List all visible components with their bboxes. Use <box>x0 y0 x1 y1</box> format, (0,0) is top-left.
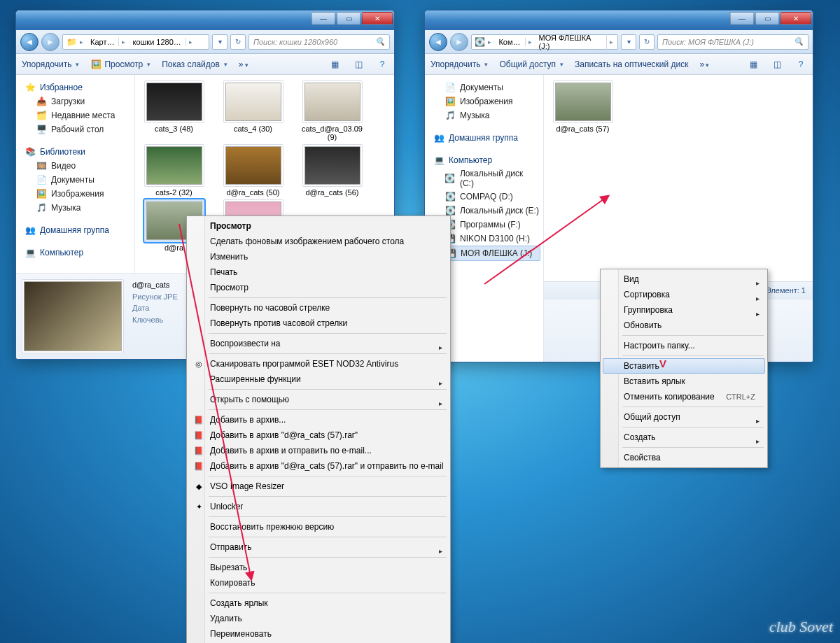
help-icon[interactable]: ? <box>794 58 807 71</box>
preview-pane-icon[interactable]: ◫ <box>771 58 783 71</box>
more-button[interactable]: » <box>239 59 248 69</box>
nav-documents[interactable]: 📄Документы <box>432 80 540 94</box>
menu-item[interactable]: Группировка <box>603 302 765 318</box>
minimize-button[interactable]: — <box>730 12 754 24</box>
menu-item[interactable]: Восстановить прежнюю версию <box>189 519 448 535</box>
nav-favorites[interactable]: ⭐Избранное <box>23 80 132 94</box>
minimize-button[interactable]: — <box>312 12 335 24</box>
menu-item[interactable]: Создать ярлык <box>189 595 448 611</box>
menu-item[interactable]: Воспроизвести на <box>189 336 448 351</box>
menu-item[interactable]: Сортировка <box>603 287 765 302</box>
menu-item[interactable]: ◆VSO Image Resizer <box>189 479 448 494</box>
nav-drive-d[interactable]: 💽COMPAQ (D:) <box>432 190 540 204</box>
back-button[interactable]: ◄ <box>429 33 447 51</box>
menu-item[interactable]: Удалить <box>189 611 448 626</box>
nav-pane[interactable]: ⭐Избранное 📥Загрузки 🗂️Недавние места 🖥️… <box>16 75 135 273</box>
menu-item[interactable]: Копировать <box>189 575 448 591</box>
thumbnail-item[interactable]: cats_d@ra_03.09 (9) <box>299 80 365 141</box>
menu-item[interactable]: ✦Unlocker <box>189 499 448 514</box>
thumbnail-item[interactable]: d@ra_cats (57) <box>550 80 616 133</box>
crumb-0[interactable]: Карт… <box>86 38 119 46</box>
menu-item[interactable]: Вырезать <box>189 560 448 575</box>
burn-button[interactable]: Записать на оптический диск <box>575 59 689 69</box>
nav-pictures[interactable]: 🖼️Изображения <box>23 187 132 201</box>
menu-item[interactable]: Расширенные функции <box>189 372 448 387</box>
thumbnail-item[interactable]: cats_4 (30) <box>220 80 286 141</box>
menu-item[interactable]: Сделать фоновым изображением рабочего ст… <box>189 234 448 249</box>
menu-item[interactable]: Отправить <box>189 539 448 555</box>
menu-item[interactable]: Повернуть по часовой стрелке <box>189 300 448 316</box>
help-icon[interactable]: ? <box>376 58 388 71</box>
more-button[interactable]: » <box>700 59 710 69</box>
slideshow-button[interactable]: Показ слайдов <box>162 59 227 69</box>
nav-drive-c[interactable]: 💽Локальный диск (C:) <box>432 167 540 190</box>
menu-item[interactable]: Отменить копированиеCTRL+Z <box>603 389 765 404</box>
menu-item[interactable]: Свойства <box>603 450 765 465</box>
menu-item[interactable]: Общий доступ <box>603 409 765 425</box>
titlebar[interactable]: — ▭ ✕ <box>425 10 813 30</box>
menu-item[interactable]: Вставить <box>603 358 765 374</box>
menu-item[interactable]: Просмотр <box>189 280 448 295</box>
menu-item[interactable]: Печать <box>189 264 448 280</box>
view-mode-icon[interactable]: ▦ <box>328 58 341 71</box>
nav-desktop[interactable]: 🖥️Рабочий стол <box>23 122 132 136</box>
crumb-1[interactable]: МОЯ ФЛЕШКА (J:) <box>535 34 607 50</box>
menu-item[interactable]: ◎Сканировать программой ESET NOD32 Antiv… <box>189 356 448 372</box>
menu-item[interactable]: Обновить <box>603 318 765 333</box>
breadcrumb[interactable]: 💽 ▸ Ком… ▸ МОЯ ФЛЕШКА (J:) ▸ <box>471 34 618 50</box>
menu-item[interactable]: Настроить папку... <box>603 338 765 353</box>
menu-item[interactable]: 📕Добавить в архив... <box>189 412 448 428</box>
menu-item[interactable]: Создать <box>603 430 765 445</box>
nav-recent[interactable]: 🗂️Недавние места <box>23 108 132 122</box>
search-input[interactable]: Поиск: кошки 1280x960 🔍 <box>248 34 390 50</box>
nav-music[interactable]: 🎵Музыка <box>432 108 540 122</box>
titlebar[interactable]: — ▭ ✕ <box>16 10 394 30</box>
crumb-0[interactable]: Ком… <box>494 38 525 46</box>
thumbnail-area[interactable]: d@ra_cats (57) <box>544 75 813 281</box>
menu-item[interactable]: Изменить <box>189 249 448 264</box>
view-mode-icon[interactable]: ▦ <box>747 58 760 71</box>
menu-item[interactable]: Вставить ярлык <box>603 374 765 389</box>
nav-videos[interactable]: 🎞️Видео <box>23 159 132 173</box>
nav-libraries[interactable]: 📚Библиотеки <box>23 145 132 159</box>
search-input[interactable]: Поиск: МОЯ ФЛЕШКА (J:) 🔍 <box>657 34 808 50</box>
context-menu-file[interactable]: ПросмотрСделать фоновым изображением раб… <box>186 215 451 643</box>
nav-computer[interactable]: 💻Компьютер <box>23 246 132 260</box>
back-button[interactable]: ◄ <box>20 33 38 51</box>
menu-item[interactable]: Вид <box>603 271 765 287</box>
nav-computer[interactable]: 💻Компьютер <box>432 153 540 167</box>
context-menu-folder[interactable]: ВидСортировкаГруппировкаОбновитьНастроит… <box>600 269 768 468</box>
refresh-button[interactable]: ↻ <box>639 34 654 50</box>
share-button[interactable]: Общий доступ <box>499 59 564 69</box>
menu-item[interactable]: 📕Добавить в архив и отправить по e-mail.… <box>189 443 448 458</box>
nav-documents[interactable]: 📄Документы <box>23 173 132 187</box>
thumbnail-item[interactable]: cats-2 (32) <box>141 144 207 197</box>
breadcrumb-dropdown[interactable]: ▾ <box>621 34 636 50</box>
thumbnail-item[interactable]: cats_3 (48) <box>141 80 207 141</box>
forward-button[interactable]: ► <box>41 33 59 51</box>
close-button[interactable]: ✕ <box>362 12 393 24</box>
nav-pictures[interactable]: 🖼️Изображения <box>432 94 540 108</box>
organize-button[interactable]: Упорядочить <box>430 59 488 69</box>
organize-button[interactable]: Упорядочить <box>22 59 79 69</box>
breadcrumb-dropdown[interactable]: ▾ <box>212 34 227 50</box>
menu-item[interactable]: Открыть с помощью <box>189 392 448 407</box>
nav-homegroup[interactable]: 👥Домашняя группа <box>432 131 540 145</box>
close-button[interactable]: ✕ <box>780 12 811 24</box>
preview-pane-icon[interactable]: ◫ <box>352 58 365 71</box>
crumb-1[interactable]: кошки 1280… <box>128 38 186 46</box>
thumbnail-item[interactable]: d@ra_cats (50) <box>220 144 286 197</box>
menu-item[interactable]: Переименовать <box>189 626 448 642</box>
breadcrumb[interactable]: 📁 ▸ Карт… ▸ кошки 1280… ▸ <box>62 34 209 50</box>
maximize-button[interactable]: ▭ <box>755 12 779 24</box>
nav-music[interactable]: 🎵Музыка <box>23 201 132 215</box>
menu-item[interactable]: Повернуть против часовой стрелки <box>189 316 448 331</box>
nav-downloads[interactable]: 📥Загрузки <box>23 94 132 108</box>
nav-homegroup[interactable]: 👥Домашняя группа <box>23 223 132 237</box>
menu-item[interactable]: 📕Добавить в архив "d@ra_cats (57).rar" <box>189 428 448 443</box>
forward-button[interactable]: ► <box>450 33 468 51</box>
thumbnail-item[interactable]: d@ra_cats (56) <box>299 144 365 197</box>
maximize-button[interactable]: ▭ <box>337 12 360 24</box>
menu-item[interactable]: Просмотр <box>189 218 448 234</box>
preview-button[interactable]: 🖼️Просмотр <box>90 59 150 70</box>
